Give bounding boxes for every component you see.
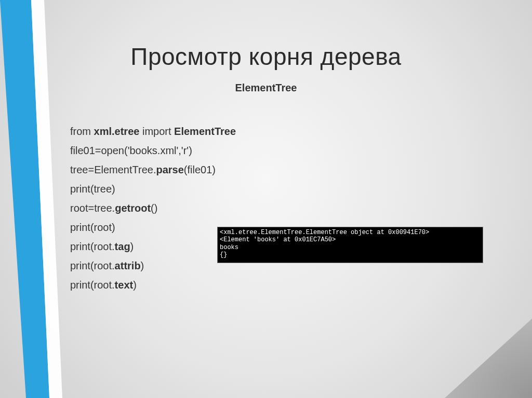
code-line-7: print(root.tag) [70,237,236,256]
slide-subtitle: ElementTree [0,82,532,94]
code-line-4: print(tree) [70,180,236,199]
code-line-5: root=tree.getroot() [70,199,236,218]
slide: Просмотр корня дерева ElementTree from x… [0,0,532,398]
code-line-1: from xml.etree import ElementTree [70,122,236,141]
code-block: from xml.etree import ElementTree file01… [70,122,236,295]
terminal-output: <xml.etree.ElementTree.ElementTree objec… [217,227,483,263]
code-line-2: file01=open('books.xml','r') [70,141,236,160]
code-line-8: print(root.attrib) [70,256,236,276]
slide-title: Просмотр корня дерева [0,43,532,71]
code-line-3: tree=ElementTree.parse(file01) [70,160,236,180]
code-line-9: print(root.text) [70,276,236,295]
code-line-6: print(root) [70,218,236,237]
